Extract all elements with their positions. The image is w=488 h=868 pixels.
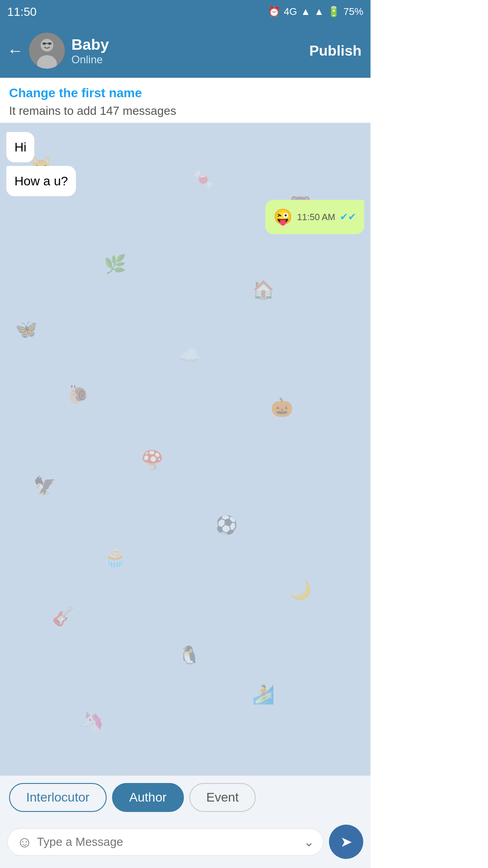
notice-subtitle: It remains to add 147 messages — [9, 104, 361, 118]
doodle-icon: ⚽ — [215, 514, 238, 536]
back-button[interactable]: ← — [7, 42, 23, 59]
message-time: 11:50 AM — [297, 211, 335, 223]
message-text: Hi — [14, 140, 26, 154]
alarm-icon: ⏰ — [268, 6, 280, 18]
message-check-icon: ✔✔ — [340, 210, 356, 224]
signal-icon-2: ▲ — [314, 6, 324, 18]
doodle-icon: 🌿 — [104, 254, 127, 275]
signal-icon: ▲ — [300, 6, 310, 18]
contact-name: Baby — [71, 35, 307, 54]
doodle-icon: 🦋 — [15, 319, 38, 340]
signal-label: 4G — [284, 6, 297, 18]
doodle-icon: 🎸 — [52, 606, 75, 627]
emoji-button[interactable]: ☺ — [17, 833, 33, 851]
doodle-icon: 🎃 — [271, 397, 293, 418]
tab-event[interactable]: Event — [189, 783, 256, 812]
doodle-icon: 🧁 — [104, 547, 127, 568]
doodle-icon: 🏄 — [252, 684, 275, 705]
message-bubble-3: 😜 11:50 AM ✔✔ — [265, 200, 364, 234]
contact-status: Online — [71, 53, 307, 66]
message-bubble-2: How a u? — [6, 166, 76, 196]
tab-author[interactable]: Author — [112, 783, 184, 812]
chat-area: 🐱 🍬 🐻 🌿 🏠 🦋 ☁️ 🐌 🎃 🍄 🦅 ⚽ 🧁 🌙 🎸 🐧 🏄 🦄 Hi … — [0, 123, 371, 775]
status-icons: ⏰ 4G ▲ ▲ 🔋 75% — [268, 6, 363, 18]
message-bubble-1: Hi — [6, 132, 34, 162]
header-info: Baby Online — [71, 35, 307, 66]
send-icon: ➤ — [340, 833, 352, 850]
message-text: How a u? — [14, 174, 68, 188]
message-emoji: 😜 — [273, 206, 292, 228]
doodle-icon: 🌙 — [289, 580, 312, 601]
svg-rect-6 — [48, 42, 52, 45]
doodle-icon: 🐧 — [178, 645, 201, 666]
message-input[interactable] — [37, 835, 299, 849]
chevron-down-icon[interactable]: ⌄ — [304, 835, 314, 849]
header: ← Baby Online Publish — [0, 24, 371, 78]
status-time: 11:50 — [7, 5, 37, 19]
doodle-icon: 🐌 — [67, 384, 89, 405]
battery-icon: 🔋 — [328, 6, 340, 18]
doodle-icon: 🦄 — [81, 710, 104, 731]
status-bar: 11:50 ⏰ 4G ▲ ▲ 🔋 75% — [0, 0, 371, 24]
doodle-icon: 🍄 — [141, 449, 164, 471]
notice-title[interactable]: Change the first name — [9, 86, 361, 100]
notice-bar: Change the first name It remains to add … — [0, 78, 371, 123]
send-button[interactable]: ➤ — [329, 825, 363, 859]
publish-button[interactable]: Publish — [307, 39, 363, 63]
message-list: Hi How a u? 😜 11:50 AM ✔✔ — [0, 123, 371, 243]
doodle-icon: ☁️ — [178, 345, 201, 366]
doodle-icon: 🦅 — [33, 475, 56, 496]
input-bar: ☺ ⌄ ➤ — [0, 819, 371, 868]
tab-interlocutor[interactable]: Interlocutor — [9, 783, 107, 812]
contact-avatar — [29, 33, 65, 69]
tab-bar: Interlocutor Author Event — [0, 775, 371, 819]
message-input-wrap: ☺ ⌄ — [7, 828, 324, 856]
svg-rect-5 — [42, 42, 46, 45]
doodle-icon: 🏠 — [252, 279, 275, 301]
battery-label: 75% — [343, 6, 363, 18]
svg-point-1 — [41, 39, 53, 52]
